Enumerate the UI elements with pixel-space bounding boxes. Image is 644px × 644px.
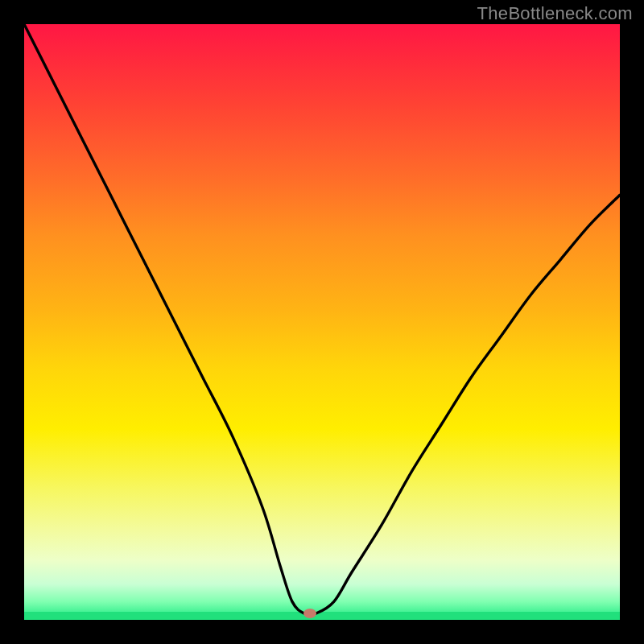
plot-area	[24, 24, 620, 620]
optimum-marker	[303, 609, 316, 618]
curve-svg	[24, 24, 620, 620]
bottleneck-curve	[24, 24, 620, 615]
chart-container: TheBottleneck.com	[0, 0, 644, 644]
watermark-text: TheBottleneck.com	[477, 3, 633, 24]
